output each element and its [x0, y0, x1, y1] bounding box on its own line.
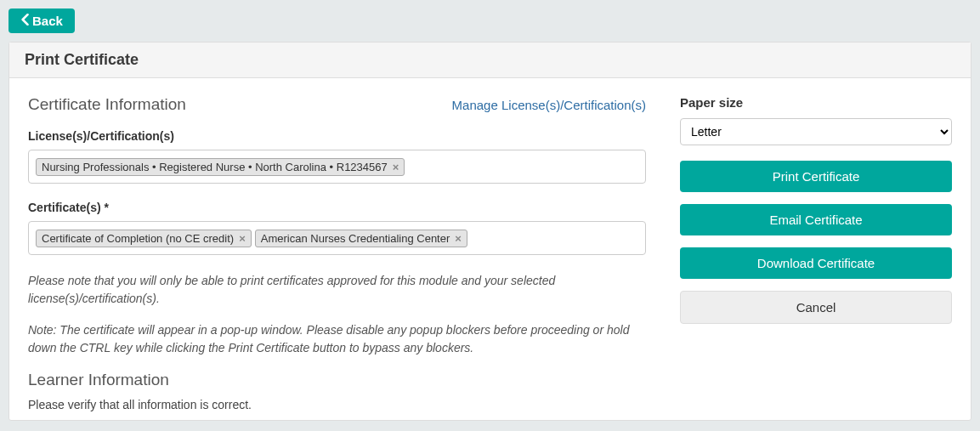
remove-tag-icon[interactable]: ×	[239, 232, 246, 245]
remove-tag-icon[interactable]: ×	[455, 232, 462, 245]
chevron-left-icon	[20, 14, 32, 28]
manage-license-link[interactable]: Manage License(s)/Certification(s)	[452, 98, 646, 112]
remove-tag-icon[interactable]: ×	[393, 161, 399, 173]
learner-verify-text: Please verify that all information is co…	[28, 398, 646, 411]
email-certificate-button[interactable]: Email Certificate	[680, 204, 952, 235]
back-button-label: Back	[32, 14, 63, 28]
download-certificate-button[interactable]: Download Certificate	[680, 247, 952, 279]
right-column: Paper size Letter Print Certificate Emai…	[680, 95, 952, 411]
license-tag-input[interactable]: Nursing Professionals • Registered Nurse…	[28, 150, 646, 184]
back-button[interactable]: Back	[8, 9, 75, 33]
note-approved: Please note that you will only be able t…	[28, 272, 646, 308]
paper-size-label: Paper size	[680, 95, 952, 110]
certificate-tag-text: American Nurses Credentialing Center	[261, 232, 450, 245]
certificate-tag-input[interactable]: Certificate of Completion (no CE credit)…	[28, 221, 646, 255]
certificate-label: Certificate(s) *	[28, 201, 646, 214]
license-tag-text: Nursing Professionals • Registered Nurse…	[42, 161, 388, 173]
print-certificate-button[interactable]: Print Certificate	[680, 161, 952, 192]
license-tag: Nursing Professionals • Registered Nurse…	[36, 158, 405, 176]
panel-title: Print Certificate	[25, 51, 955, 69]
panel-header: Print Certificate	[9, 43, 971, 78]
certificate-tag: Certificate of Completion (no CE credit)…	[36, 230, 252, 247]
note-popup: Note: The certificate will appear in a p…	[28, 321, 646, 357]
certificate-tag-text: Certificate of Completion (no CE credit)	[42, 232, 234, 245]
cancel-button[interactable]: Cancel	[680, 291, 952, 324]
left-column: Certificate Information Manage License(s…	[28, 95, 680, 411]
certificate-info-title: Certificate Information	[28, 95, 186, 114]
learner-info-title: Learner Information	[28, 371, 646, 389]
license-label: License(s)/Certification(s)	[28, 129, 646, 143]
certificate-tag: American Nurses Credentialing Center ×	[255, 230, 467, 247]
paper-size-select[interactable]: Letter	[680, 118, 952, 145]
print-certificate-panel: Print Certificate Certificate Informatio…	[8, 42, 972, 421]
